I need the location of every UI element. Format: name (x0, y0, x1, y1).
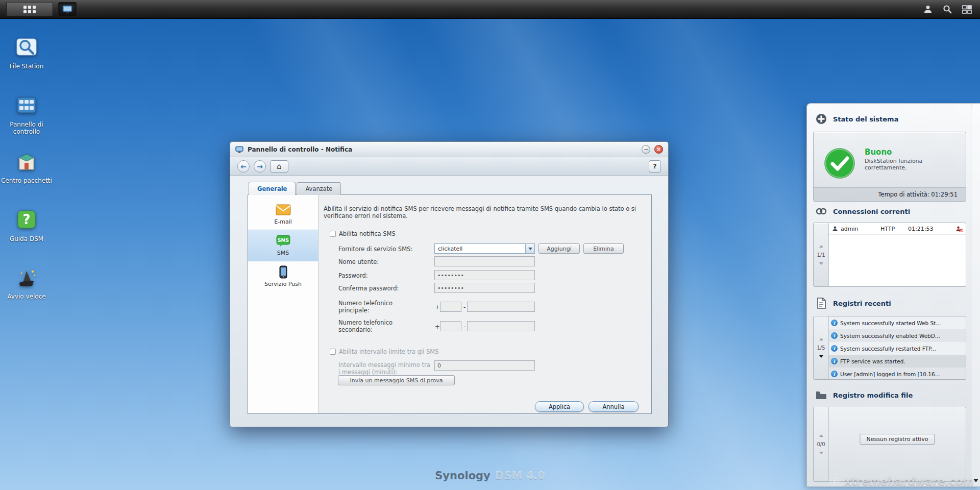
log-row[interactable]: i User [admin] logged in from [10.16... (829, 368, 966, 379)
desktop-icon-file-station[interactable]: File Station (0, 36, 53, 70)
sidebar-item-push-service[interactable]: Servizio Push (248, 261, 318, 292)
search-button[interactable] (940, 3, 954, 16)
page-up-icon[interactable] (819, 434, 823, 437)
username-label: Nome utente: (338, 258, 379, 265)
close-button[interactable] (654, 145, 663, 154)
pilot-view-button[interactable] (960, 3, 974, 16)
system-status-header: Stato del sistema (815, 113, 898, 125)
sidebar-item-label: SMS (248, 250, 318, 256)
connection-row[interactable]: admin HTTP 01:21:53 (829, 223, 966, 235)
log-row[interactable]: i System successfully started Web St... (829, 316, 966, 329)
enable-sms-checkbox[interactable] (330, 231, 336, 237)
password-input[interactable] (434, 270, 535, 280)
page-down-icon[interactable] (819, 355, 823, 358)
window-titlebar[interactable]: Pannello di controllo - Notifica (230, 142, 668, 157)
user-icon (832, 226, 838, 232)
minimize-button[interactable] (642, 145, 650, 154)
page-down-icon[interactable] (819, 262, 823, 265)
widget-title: Registro modifica file (833, 391, 913, 399)
sidebar-item-label: E-mail (248, 218, 318, 225)
phone-primary-prefix-input[interactable] (440, 302, 461, 312)
page-up-icon[interactable] (819, 338, 823, 340)
desktop-icon-quick-start[interactable]: Avvio veloce (0, 266, 53, 300)
page-indicator: 1/1 (817, 252, 825, 258)
log-row[interactable]: i System successfully restarted FTP... (829, 342, 966, 355)
folder-icon (815, 389, 827, 401)
window-toolbar: ← → ⌂ ? (230, 157, 668, 176)
confirm-password-label: Conferma password: (338, 285, 399, 292)
interval-minutes-input[interactable] (434, 360, 535, 371)
widget-title: Connessioni correnti (833, 208, 910, 215)
file-log-pager: 0/0 (814, 407, 829, 481)
delete-provider-button[interactable]: Elimina (583, 243, 624, 254)
log-row[interactable]: i FTP service was started. (829, 355, 966, 368)
scroll-down-icon[interactable] (973, 479, 978, 482)
log-text: FTP service was started. (840, 358, 964, 364)
help-button[interactable]: ? (649, 160, 661, 173)
no-active-log-label: Nessun registro attivo (860, 434, 935, 445)
interval-limit-checkbox[interactable] (330, 349, 336, 355)
add-provider-button[interactable]: Aggiungi (538, 243, 580, 254)
apply-button[interactable]: Applica (535, 401, 584, 412)
disconnect-user-icon[interactable] (955, 226, 963, 232)
widget-panel: Stato del sistema Buono DiskStation funz… (806, 103, 980, 487)
main-menu-button[interactable] (6, 2, 53, 16)
provider-value: clickatell (435, 246, 525, 252)
username-input[interactable] (434, 256, 535, 266)
home-button[interactable]: ⌂ (270, 160, 288, 173)
phone-secondary-separator: - (463, 323, 465, 330)
status-ok-icon (824, 148, 855, 179)
desktop-icon-package-center[interactable]: Centro pacchetti (0, 150, 53, 184)
page-down-icon[interactable] (819, 452, 823, 454)
file-log-header: Registro modifica file (815, 389, 913, 401)
confirm-password-input[interactable] (434, 283, 535, 293)
provider-dropdown[interactable]: clickatell (434, 243, 535, 254)
phone-secondary-prefix-input[interactable] (440, 321, 461, 331)
log-text: System successfully enabled WebD... (840, 333, 964, 339)
info-icon: i (831, 345, 838, 352)
interval-limit-label: Abilita intervallo limite tra gli SMS (339, 348, 439, 355)
widget-scrollbar[interactable] (971, 104, 980, 486)
desktop-icon-dsm-help[interactable]: ? Guida DSM (0, 208, 53, 242)
connection-user: admin (841, 226, 867, 232)
forward-button[interactable]: → (254, 160, 266, 173)
desktop-icon-label: Guida DSM (0, 235, 53, 242)
status-description: DiskStation funziona correttamente. (865, 158, 951, 171)
interval-minutes-label: Intervallo messaggi minimo tra i messagg… (338, 361, 430, 376)
info-icon: i (831, 371, 838, 377)
phone-secondary-number-input[interactable] (467, 321, 535, 331)
back-button[interactable]: ← (237, 160, 250, 173)
version-text: DSM 4.0 (495, 470, 545, 482)
desktop-icon-control-panel[interactable]: Pannello di controllo (0, 94, 53, 135)
log-text: System successfully restarted FTP... (840, 346, 964, 352)
logs-icon (815, 297, 827, 309)
control-panel-icon (15, 94, 38, 116)
page-up-icon[interactable] (819, 245, 823, 248)
tab-avanzate[interactable]: Avanzate (297, 182, 341, 195)
log-row[interactable]: i System successfully enabled WebD... (829, 329, 966, 342)
taskbar-open-app-button[interactable] (58, 2, 77, 16)
logs-list: i System successfully started Web St... … (829, 316, 966, 379)
user-menu-button[interactable] (921, 3, 935, 16)
info-icon: i (831, 332, 838, 339)
file-station-icon (15, 36, 38, 58)
cancel-button[interactable]: Annulla (589, 401, 639, 412)
recent-logs-header: Registri recenti (815, 297, 891, 309)
notification-panel: E-mail SMS SMS Servizio (248, 194, 652, 414)
dsm-watermark: Synology DSM 4.0 (435, 470, 545, 482)
tab-generale[interactable]: Generale (249, 182, 296, 195)
window-title: Pannello di controllo - Notifica (248, 146, 638, 153)
phone-primary-number-input[interactable] (467, 302, 535, 312)
sidebar-item-sms[interactable]: SMS SMS (248, 230, 318, 261)
email-icon (276, 203, 291, 216)
window-title-icon (235, 146, 243, 153)
sidebar-item-email[interactable]: E-mail (248, 199, 318, 230)
phone-secondary-plus: + (435, 323, 440, 330)
connections-pager: 1/1 (814, 223, 829, 286)
desktop-icon-label: Avvio veloce (0, 293, 53, 300)
send-test-sms-button[interactable]: Invia un messaggio SMS di prova (338, 375, 455, 385)
widget-title: Stato del sistema (833, 115, 898, 123)
apps-grid-icon (23, 5, 36, 14)
phone-primary-plus: + (435, 304, 440, 311)
logs-pager: 1/5 (814, 316, 829, 379)
